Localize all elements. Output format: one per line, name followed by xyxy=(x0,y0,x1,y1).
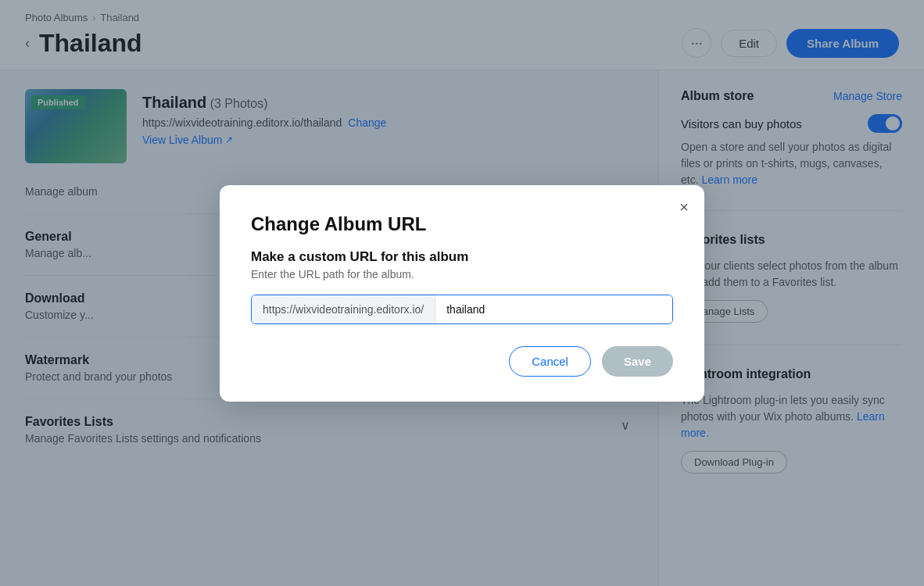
save-button[interactable]: Save xyxy=(602,346,673,377)
url-input-row: https://wixvideotraining.editorx.io/ xyxy=(251,295,673,324)
modal-close-button[interactable]: × xyxy=(679,199,689,215)
modal-title: Change Album URL xyxy=(251,213,673,235)
modal-desc: Enter the URL path for the album. xyxy=(251,268,673,280)
url-slug-input[interactable] xyxy=(435,295,672,323)
modal-overlay[interactable]: × Change Album URL Make a custom URL for… xyxy=(0,0,924,586)
cancel-button[interactable]: Cancel xyxy=(509,346,591,377)
url-prefix: https://wixvideotraining.editorx.io/ xyxy=(252,295,435,323)
change-url-modal: × Change Album URL Make a custom URL for… xyxy=(220,185,704,402)
modal-actions: Cancel Save xyxy=(251,346,673,377)
modal-subtitle: Make a custom URL for this album xyxy=(251,249,673,265)
